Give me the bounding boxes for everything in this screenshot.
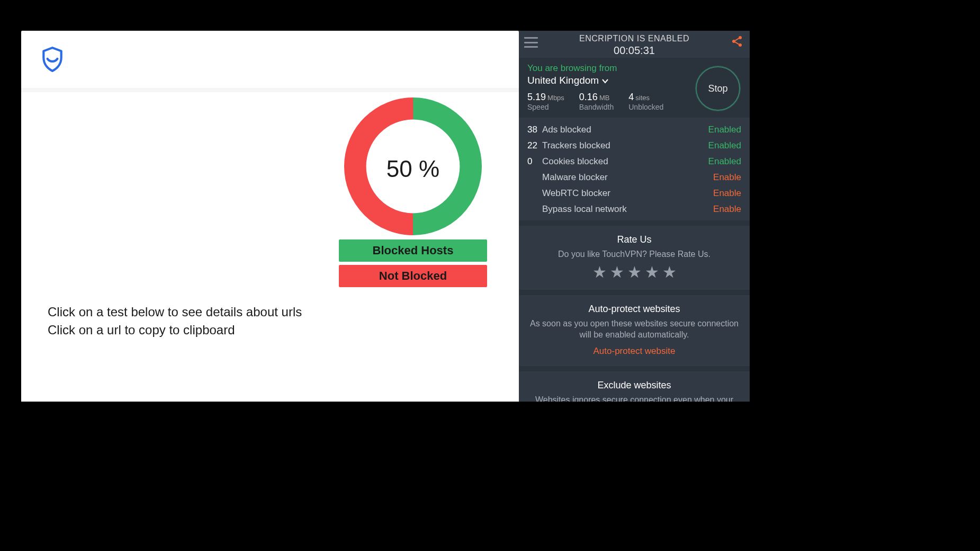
blocker-status-toggle[interactable]: Enable [713,204,741,215]
stat-unblocked: 4sites Unblocked [628,92,663,111]
vpn-panel: ENCRIPTION IS ENABLED 00:05:31 You are b… [519,31,750,402]
stat-bandwidth: 0.16MB Bandwidth [579,92,614,111]
vpn-header: ENCRIPTION IS ENABLED 00:05:31 [519,31,750,58]
blocker-status-toggle[interactable]: Enabled [708,140,741,151]
svg-line-6 [735,42,739,44]
auto-protect-sub: As soon as you open these websites secur… [528,318,740,341]
exclude-sub: Websites ignores secure connection even … [528,394,740,402]
blocker-row: 38Ads blockedEnabled [527,122,741,138]
speed-value: 5.19 [527,92,546,102]
blocker-row: WebRTC blockerEnable [527,185,741,201]
rating-stars: ★★★★★ [528,264,740,280]
menu-icon[interactable] [524,37,538,48]
donut-percent: 50 % [339,156,487,182]
blocker-name: Malware blocker [542,172,608,183]
instructions-line-1: Click on a test below to see details abo… [48,303,302,321]
blocker-name: Ads blocked [542,125,591,135]
vpn-location-section: You are browsing from United Kingdom 5.1… [519,58,750,118]
stop-button[interactable]: Stop [696,66,740,111]
blocker-status-toggle[interactable]: Enabled [708,156,741,167]
speed-label: Speed [527,103,564,111]
blocker-status-toggle[interactable]: Enabled [708,125,741,135]
blocker-count: 0 [527,156,542,167]
blocker-name: WebRTC blocker [542,188,610,199]
star-icon[interactable]: ★ [662,264,677,280]
connection-timer: 00:05:31 [526,45,742,57]
main-body: 50 % Blocked Hosts Not Blocked Click on … [21,92,519,402]
star-icon[interactable]: ★ [610,264,624,280]
exclude-card: Exclude websites Websites ignores secure… [519,366,750,402]
blocker-name: Cookies blocked [542,156,608,167]
bw-value: 0.16 [579,92,598,102]
speed-unit: Mbps [547,94,564,102]
blocker-row: Malware blockerEnable [527,170,741,185]
rate-us-card: Rate Us Do you like TouchVPN? Please Rat… [519,220,750,290]
unb-label: Unblocked [628,103,663,111]
auto-protect-card: Auto-protect websites As soon as you ope… [519,290,750,366]
svg-line-5 [735,38,739,40]
stat-speed: 5.19Mbps Speed [527,92,564,111]
legend-not-blocked[interactable]: Not Blocked [339,265,487,287]
blockers-list: 38Ads blockedEnabled22Trackers blockedEn… [519,118,750,220]
app-stage: 50 % Blocked Hosts Not Blocked Click on … [21,31,750,402]
country-name: United Kingdom [527,75,599,86]
blocker-status-toggle[interactable]: Enable [713,172,741,183]
blocker-row: 0Cookies blockedEnabled [527,154,741,170]
chart-legend: Blocked Hosts Not Blocked [339,239,487,287]
divider [21,88,519,92]
exclude-title: Exclude websites [528,380,740,391]
star-icon[interactable]: ★ [592,264,607,280]
donut-chart: 50 % [339,97,487,237]
blocker-count: 22 [527,140,542,151]
encryption-status: ENCRIPTION IS ENABLED [526,34,742,43]
unb-unit: sites [635,94,650,102]
legend-blocked-hosts[interactable]: Blocked Hosts [339,239,487,262]
main-header [21,31,519,88]
blocker-count: 38 [527,125,542,135]
rate-title: Rate Us [528,234,740,245]
stop-label: Stop [708,83,727,94]
bw-unit: MB [599,94,610,102]
star-icon[interactable]: ★ [645,264,659,280]
shield-logo-icon [41,47,64,72]
share-icon[interactable] [731,35,743,50]
main-panel: 50 % Blocked Hosts Not Blocked Click on … [21,31,519,402]
blocker-status-toggle[interactable]: Enable [713,188,741,199]
chevron-down-icon [602,75,608,86]
instructions-line-2: Click on a url to copy to clipboard [48,321,302,339]
bw-label: Bandwidth [579,103,614,111]
auto-protect-title: Auto-protect websites [528,304,740,315]
unb-value: 4 [628,92,634,102]
blocker-name: Bypass local network [542,204,627,215]
blocker-row: 22Trackers blockedEnabled [527,138,741,154]
blocker-name: Trackers blocked [542,140,610,151]
rate-sub: Do you like TouchVPN? Please Rate Us. [528,248,740,260]
instructions-text: Click on a test below to see details abo… [48,303,302,339]
blocker-row: Bypass local networkEnable [527,201,741,217]
auto-protect-action[interactable]: Auto-protect website [594,346,676,357]
star-icon[interactable]: ★ [627,264,642,280]
